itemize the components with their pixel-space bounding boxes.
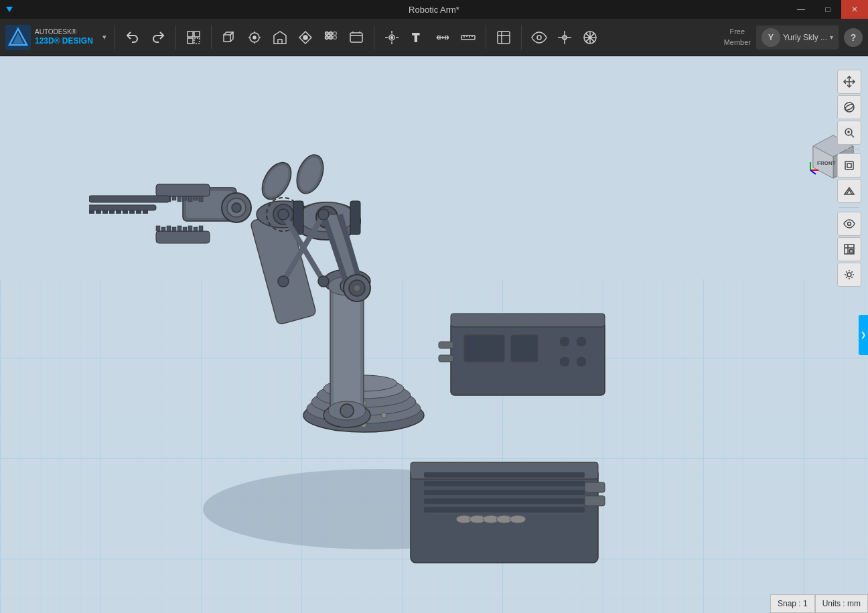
viewport-tools-panel: [837, 70, 861, 287]
orbit-tool-button[interactable]: [837, 95, 861, 119]
svg-point-15: [333, 31, 336, 35]
fit-view-button[interactable]: [837, 153, 861, 178]
svg-point-12: [329, 31, 332, 35]
ruler-button[interactable]: [456, 25, 480, 50]
extra-tool-1-button[interactable]: [553, 25, 577, 50]
rt-divider-1: [839, 149, 859, 149]
view-toggle-button[interactable]: [837, 212, 861, 236]
extra-tool-2-button[interactable]: [578, 25, 602, 50]
pattern-button[interactable]: [319, 25, 343, 50]
sketch-button[interactable]: [242, 25, 267, 50]
svg-rect-5: [188, 38, 193, 44]
svg-point-24: [563, 36, 567, 40]
app-logo: AUTODESK® 123D® DESIGN: [5, 25, 93, 50]
svg-text:FRONT: FRONT: [817, 160, 836, 166]
zoom-tool-button[interactable]: [837, 121, 861, 145]
svg-text:T: T: [413, 32, 419, 44]
toolbar-right: Free Member Y Yuriy Skly ... ▾ ?: [724, 25, 863, 50]
svg-point-156: [847, 273, 851, 277]
panel-toggle-icon: ❯: [861, 331, 866, 338]
svg-rect-28: [0, 279, 868, 613]
text-button[interactable]: T: [405, 25, 429, 50]
maximize-button[interactable]: □: [814, 0, 841, 19]
svg-rect-6: [194, 38, 200, 44]
units-indicator[interactable]: Units : mm: [815, 594, 868, 613]
svg-rect-21: [461, 36, 475, 40]
svg-rect-4: [194, 31, 200, 37]
viewport-grid: [0, 56, 868, 613]
rt-divider-2: [839, 207, 859, 208]
snap-button[interactable]: [380, 25, 404, 50]
snap-indicator[interactable]: Snap : 1: [770, 594, 815, 613]
svg-point-16: [333, 36, 336, 39]
svg-rect-22: [498, 31, 510, 44]
window-title: Robotic Arm*: [409, 5, 459, 15]
modify-button[interactable]: [293, 25, 317, 50]
status-bar: Snap : 1 Units : mm: [770, 594, 868, 613]
close-button[interactable]: ✕: [841, 0, 868, 19]
toolbar-divider-4: [374, 25, 374, 50]
undo-button[interactable]: [121, 25, 145, 50]
svg-point-14: [329, 36, 332, 39]
window-controls: — □ ✕: [788, 0, 868, 19]
autodesk-logo-icon: [5, 25, 31, 50]
user-name-label: Yuriy Skly ...: [783, 33, 827, 42]
svg-point-23: [537, 36, 541, 40]
group-button[interactable]: [344, 25, 368, 50]
redo-button[interactable]: [146, 25, 170, 50]
svg-point-10: [303, 36, 307, 40]
membership-status: Free Member: [724, 27, 751, 48]
render-button[interactable]: [837, 237, 861, 261]
svg-rect-153: [847, 163, 851, 167]
svg-point-154: [848, 222, 851, 226]
svg-rect-152: [845, 161, 853, 169]
svg-rect-17: [350, 33, 362, 42]
svg-rect-3: [188, 31, 193, 37]
construct-button[interactable]: [268, 25, 292, 50]
app-dropdown-button[interactable]: ▾: [100, 31, 109, 43]
title-bar: Robotic Arm* — □ ✕: [0, 0, 868, 19]
toolbar-divider-5: [486, 25, 486, 50]
scene-settings-button[interactable]: [837, 263, 861, 287]
pan-tool-button[interactable]: [837, 70, 861, 94]
toolbar-divider-1: [115, 25, 115, 50]
panel-toggle-button[interactable]: ❯: [859, 315, 868, 355]
svg-point-155: [849, 249, 853, 253]
svg-line-149: [851, 135, 854, 137]
toolbar: AUTODESK® 123D® DESIGN ▾: [0, 19, 868, 56]
primitives-button[interactable]: [217, 25, 241, 50]
toolbar-divider-6: [521, 25, 522, 50]
svg-point-13: [325, 36, 328, 39]
measure-button[interactable]: [431, 25, 455, 50]
help-button[interactable]: ?: [844, 28, 863, 47]
visibility-button[interactable]: [527, 25, 551, 50]
transform-tool-button[interactable]: [182, 25, 206, 50]
menu-triangle-icon: [6, 7, 13, 12]
user-avatar: Y: [762, 28, 780, 47]
app-menu-button[interactable]: [0, 0, 19, 19]
minimize-button[interactable]: —: [788, 0, 814, 19]
main-viewport-container: FRONT RIGHT: [0, 56, 868, 613]
toolbar-divider-2: [175, 25, 176, 50]
user-dropdown-icon: ▾: [830, 33, 833, 41]
svg-rect-7: [224, 35, 230, 42]
logo-text: AUTODESK® 123D® DESIGN: [35, 27, 93, 47]
3d-viewport[interactable]: FRONT RIGHT: [0, 56, 868, 613]
svg-point-9: [253, 36, 256, 39]
user-account-button[interactable]: Y Yuriy Skly ... ▾: [756, 25, 839, 50]
material-button[interactable]: [492, 25, 516, 50]
svg-point-11: [325, 31, 328, 35]
perspective-button[interactable]: [837, 179, 861, 203]
toolbar-divider-3: [211, 25, 212, 50]
svg-point-19: [390, 36, 392, 38]
